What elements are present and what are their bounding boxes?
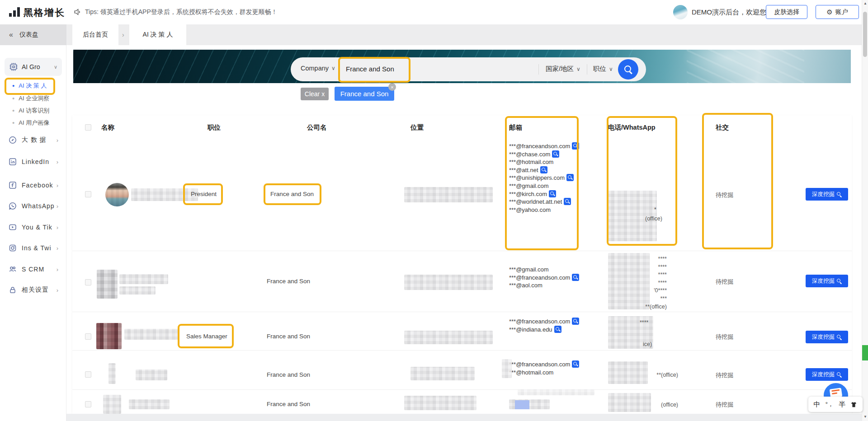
sidebar-item-ins-twi[interactable]: Ins & Twi › (0, 241, 66, 255)
filter-tag[interactable]: France and Son (335, 87, 394, 101)
email-list: ***@gmail.com ***@franceandson.com ***@a… (509, 266, 580, 290)
redacted-location (404, 187, 493, 202)
redacted-name (119, 286, 156, 295)
sidebar-item-label: WhatsApp (22, 202, 55, 210)
deep-mine-button[interactable]: 深度挖掘 (806, 368, 848, 381)
redacted-name (119, 274, 168, 284)
sidebar-item-label: 相关设置 (22, 286, 49, 294)
email-search-icon[interactable] (552, 150, 559, 158)
bullet-icon: • (12, 121, 14, 125)
email-search-icon[interactable] (572, 318, 579, 325)
ime-toolbar[interactable]: 中 °， 半 (808, 397, 863, 412)
sidebar-item-s-crm[interactable]: S CRM › (0, 262, 66, 276)
scroll-up-icon[interactable]: ▲ (863, 1, 868, 5)
redacted-location (410, 367, 475, 380)
redacted-patch (502, 359, 512, 378)
speaker-icon (73, 8, 82, 18)
redacted-avatar (103, 395, 121, 414)
lock-icon (8, 285, 17, 295)
bullet-icon: • (12, 108, 14, 113)
search-button[interactable] (618, 59, 638, 80)
account-button[interactable]: ⚙ 账户 (816, 5, 859, 19)
sidebar-item-ai-user-profile[interactable]: • AI 用户画像 (0, 117, 66, 129)
ime-mode-indicator[interactable]: 中 (814, 400, 821, 409)
user-avatar[interactable] (673, 5, 688, 19)
select-all-checkbox[interactable] (85, 124, 91, 131)
row-checkbox[interactable] (85, 401, 91, 407)
sidebar-item-settings[interactable]: 相关设置 › (0, 283, 66, 297)
filter-tag-close-icon[interactable]: × (388, 83, 396, 91)
sidebar-item-big-data[interactable]: 大 数 据 › (0, 133, 66, 147)
search-input[interactable]: France and Son (346, 65, 394, 73)
chevron-down-icon: ∨ (576, 66, 580, 72)
col-header-position: 职位 (208, 123, 221, 132)
email-address: ***@gmail.com (509, 266, 549, 273)
col-header-social: 社交 (716, 123, 729, 132)
row-checkbox[interactable] (85, 191, 91, 197)
email-address: ***@yahoo.com (509, 206, 551, 213)
tab-home[interactable]: 后台首页 (72, 24, 118, 45)
email-search-icon[interactable] (572, 360, 579, 368)
col-header-name: 名称 (101, 123, 114, 132)
clear-filters-button[interactable]: Clear x (301, 88, 329, 100)
email-search-icon[interactable] (540, 166, 547, 173)
welcome-text: DEMO演示后台，欢迎您 (692, 8, 766, 17)
row-checkbox[interactable] (85, 371, 91, 378)
company-cell: France and Son (267, 278, 310, 285)
position-cell: Sales Manager (186, 333, 227, 340)
search-type-dropdown[interactable]: Company ∨ (301, 65, 335, 72)
ime-punctuation-indicator[interactable]: °， (826, 400, 834, 408)
search-icon (837, 192, 842, 197)
sidebar-item-ai-visitor-id[interactable]: • AI 访客识别 (0, 105, 66, 117)
email-address: ***@aol.com (509, 282, 542, 289)
tab-active-label: AI 决 策 人 (143, 31, 173, 39)
sidebar-item-ai-decision-maker[interactable]: • AI 决 策 人 (0, 80, 66, 92)
top-bar: 黑格增长 Tips: 领英通过手机APP登录后，系统授权将不会失效，群发更顺畅！… (0, 0, 868, 24)
email-search-icon[interactable] (564, 198, 571, 205)
country-dropdown[interactable]: 国家/地区 ∨ (546, 65, 580, 73)
deep-mine-button[interactable]: 深度挖掘 (806, 275, 848, 287)
ime-width-indicator[interactable]: 半 (839, 400, 845, 409)
email-search-icon[interactable] (572, 142, 579, 150)
tab-ai-decision-maker[interactable]: AI 决 策 人 (129, 24, 186, 45)
email-search-icon[interactable] (554, 326, 561, 333)
tips-text: Tips: 领英通过手机APP登录后，系统授权将不会失效，群发更顺畅！ (85, 8, 278, 16)
contact-avatar (105, 183, 129, 206)
deep-mine-button[interactable]: 深度挖掘 (806, 188, 848, 201)
sidebar-item-whatsapp[interactable]: WhatsApp › (0, 199, 66, 213)
email-search-icon[interactable] (566, 174, 574, 181)
row-divider (72, 312, 852, 312)
sidebar-item-ai-company-insight[interactable]: • AI 企业洞察 (0, 93, 66, 104)
sidebar-group-ai-gro[interactable]: AI Gro ∨ (5, 58, 62, 76)
vertical-scrollbar[interactable]: ▲ ▼ (862, 0, 868, 421)
sidebar-header[interactable]: « 仪表盘 (0, 24, 66, 45)
deep-mine-label: 深度挖掘 (812, 333, 835, 341)
chevron-right-icon: › (57, 245, 58, 252)
search-icon (837, 279, 842, 284)
scroll-down-icon[interactable]: ▼ (863, 415, 868, 419)
sidebar-item-facebook[interactable]: Facebook › (0, 178, 66, 192)
email-search-icon[interactable] (572, 274, 579, 281)
phone-line: **(office) (608, 371, 678, 379)
scrollbar-thumb[interactable] (863, 12, 867, 57)
deep-mine-label: 深度挖掘 (812, 371, 835, 379)
app-window: 黑格增长 Tips: 领英通过手机APP登录后，系统授权将不会失效，群发更顺畅！… (0, 0, 868, 421)
redacted-name (124, 329, 179, 340)
position-dropdown[interactable]: 职位 ∨ (593, 65, 613, 73)
sidebar-item-you-tik[interactable]: You & Tik › (0, 220, 66, 234)
phone-line: **** (608, 279, 667, 287)
deep-mine-button[interactable]: 深度挖掘 (806, 331, 848, 343)
row-checkbox[interactable] (85, 333, 91, 340)
ime-skin-icon[interactable] (850, 401, 857, 408)
phone-lines: **(office) (608, 371, 678, 379)
row-checkbox[interactable] (85, 279, 91, 285)
company-cell: France and Son (267, 401, 310, 407)
skin-select-button[interactable]: 皮肤选择 (766, 5, 807, 19)
collapse-icon[interactable]: « (9, 31, 13, 39)
sidebar-item-linkedin[interactable]: LinkedIn › (0, 155, 66, 168)
email-address: ***@hotmail.com (509, 369, 553, 376)
redacted-location (404, 331, 493, 344)
sidebar-item-label: 大 数 据 (22, 136, 47, 144)
search-icon (624, 65, 633, 74)
email-search-icon[interactable] (549, 190, 556, 197)
